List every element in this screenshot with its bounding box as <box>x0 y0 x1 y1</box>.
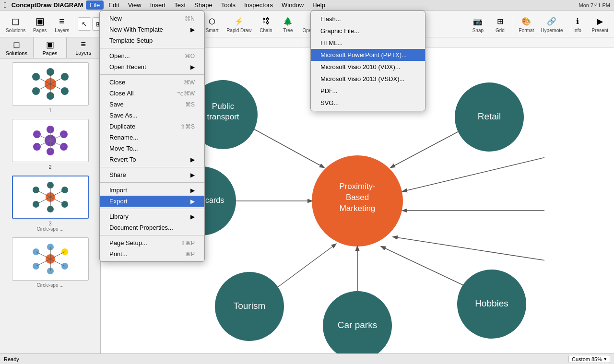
menu-share[interactable]: Share ▶ <box>100 169 204 180</box>
menu-new-with-template[interactable]: New With Template ▶ <box>100 24 204 35</box>
snap-button[interactable]: 📷 Snap <box>467 13 488 34</box>
format-button[interactable]: 🎨 Format <box>516 13 537 34</box>
menu-export[interactable]: Export ▶ <box>100 196 204 207</box>
menu-insert[interactable]: Insert <box>146 0 170 10</box>
tree-label: Tree <box>283 28 293 33</box>
menu-revert-to[interactable]: Revert To ▶ <box>100 154 204 165</box>
svg-text:Tourism: Tourism <box>234 301 266 311</box>
sidebar-tabs: ◻ Solutions ▣ Pages ≡ Layers <box>0 37 100 59</box>
pointer-tool[interactable]: ↖ <box>78 17 91 31</box>
svg-text:Hobbies: Hobbies <box>475 298 508 308</box>
svg-line-59 <box>403 153 544 191</box>
info-icon: ℹ <box>570 14 585 28</box>
menu-import-label: Import <box>109 187 127 194</box>
menu-open-recent[interactable]: Open Recent ▶ <box>100 61 204 72</box>
export-html[interactable]: HTML... <box>311 37 425 49</box>
solutions-tab-icon: ◻ <box>13 39 20 50</box>
menu-document-properties[interactable]: Document Properties... <box>100 222 204 233</box>
export-vdx[interactable]: Microsoft Visio 2010 (VDX)... <box>311 61 425 73</box>
present-button[interactable]: ▶ Present <box>589 13 611 34</box>
layers-button[interactable]: ≡ Layers <box>51 13 72 34</box>
snap-icon: 📷 <box>470 14 485 28</box>
menu-move-to[interactable]: Move To... <box>100 143 204 154</box>
export-pptx[interactable]: Microsoft PowerPoint (PPTX)... <box>311 49 425 61</box>
menu-close-all[interactable]: Close All ⌥⌘W <box>100 88 204 99</box>
export-svg[interactable]: SVG... <box>311 97 425 109</box>
export-vsdx[interactable]: Microsoft Visio 2013 (VSDX)... <box>311 73 425 85</box>
app-name[interactable]: ConceptDraw DIAGRAM <box>12 1 83 9</box>
menu-save-as[interactable]: Save As... <box>100 110 204 121</box>
menu-rename-label: Rename... <box>109 134 138 141</box>
page-3-thumb[interactable] <box>12 176 89 219</box>
page-4-thumb[interactable] <box>12 237 89 281</box>
menu-page-setup[interactable]: Page Setup... ⇧⌘P <box>100 237 204 248</box>
menu-new-with-template-arrow: ▶ <box>190 26 195 33</box>
layers-label: Layers <box>55 28 69 33</box>
menu-new[interactable]: New ⌘N <box>100 13 204 24</box>
menu-file[interactable]: File <box>86 0 104 10</box>
svg-text:Car parks: Car parks <box>338 320 377 330</box>
menu-export-label: Export <box>109 198 128 205</box>
apple-menu[interactable]:  <box>4 1 7 10</box>
info-button[interactable]: ℹ Info <box>567 13 588 34</box>
hypernote-button[interactable]: 🔗 Hypernote <box>538 13 566 34</box>
menu-tools[interactable]: Tools <box>217 0 239 10</box>
menu-template-setup[interactable]: Template Setup <box>100 35 204 46</box>
menu-edit[interactable]: Edit <box>105 0 123 10</box>
page-1-thumb[interactable] <box>12 62 89 106</box>
rapid-draw-icon: ⚡ <box>231 14 247 28</box>
menu-help[interactable]: Help <box>308 0 329 10</box>
sidebar-tab-solutions[interactable]: ◻ Solutions <box>0 37 34 58</box>
pages-tab-icon: ▣ <box>46 39 54 50</box>
pages-button[interactable]: ▣ Pages <box>29 13 50 34</box>
menu-library[interactable]: Library ▶ <box>100 211 204 222</box>
menu-open-recent-arrow: ▶ <box>190 64 195 70</box>
menu-close-shortcut: ⌘W <box>184 79 195 86</box>
export-graphic-file[interactable]: Graphic File... <box>311 25 425 37</box>
rapid-draw-button[interactable]: ⚡ Rapid Draw <box>224 13 254 34</box>
status-text: Ready <box>4 356 19 362</box>
sep-2 <box>100 74 204 75</box>
zoom-dropdown[interactable]: Custom 85% ▾ <box>568 355 610 363</box>
export-pdf[interactable]: PDF... <box>311 85 425 97</box>
solutions-button[interactable]: ◻ Solutions <box>3 13 28 34</box>
menu-shape[interactable]: Shape <box>190 0 216 10</box>
grid-button[interactable]: ⊞ Grid <box>489 13 510 34</box>
chain-button[interactable]: ⛓ Chain <box>255 13 276 34</box>
hypernote-icon: 🔗 <box>544 14 559 28</box>
menu-open-shortcut: ⌘O <box>185 53 195 59</box>
menu-share-label: Share <box>109 171 126 178</box>
layers-icon: ≡ <box>54 14 70 28</box>
menu-move-to-label: Move To... <box>109 145 138 152</box>
page-2-container: 2 <box>0 115 100 174</box>
menu-print[interactable]: Print... ⌘P <box>100 248 204 259</box>
svg-text:transport: transport <box>207 112 239 121</box>
menu-close[interactable]: Close ⌘W <box>100 77 204 88</box>
menu-view[interactable]: View <box>124 0 145 10</box>
menu-text[interactable]: Text <box>170 0 189 10</box>
menu-share-arrow: ▶ <box>190 172 195 178</box>
svg-text:Proximity-: Proximity- <box>339 182 376 191</box>
menu-close-label: Close <box>109 79 125 86</box>
menu-save-label: Save <box>109 101 124 108</box>
menu-window[interactable]: Window <box>278 0 307 10</box>
export-flash[interactable]: Flash... <box>311 13 425 25</box>
menu-inspectors[interactable]: Inspectors <box>240 0 277 10</box>
menu-duplicate-label: Duplicate <box>109 123 135 130</box>
pages-tab-label: Pages <box>42 50 57 56</box>
menu-revert-to-arrow: ▶ <box>190 156 195 163</box>
menu-duplicate[interactable]: Duplicate ⇧⌘S <box>100 121 204 132</box>
menu-duplicate-shortcut: ⇧⌘S <box>180 123 195 130</box>
page-1-label: 1 <box>48 107 51 113</box>
tree-button[interactable]: 🌲 Tree <box>277 13 298 34</box>
tree-icon: 🌲 <box>280 14 295 28</box>
menu-open[interactable]: Open... ⌘O <box>100 50 204 61</box>
menu-rename[interactable]: Rename... <box>100 132 204 143</box>
sidebar-tab-pages[interactable]: ▣ Pages <box>34 37 67 58</box>
menu-import[interactable]: Import ▶ <box>100 185 204 196</box>
sidebar-tab-layers[interactable]: ≡ Layers <box>67 37 100 58</box>
zoom-control[interactable]: Custom 85% ▾ <box>568 355 610 363</box>
clock: Mon 7:41 PM <box>579 2 610 8</box>
menu-save[interactable]: Save ⌘S <box>100 99 204 110</box>
page-2-thumb[interactable] <box>12 119 89 162</box>
